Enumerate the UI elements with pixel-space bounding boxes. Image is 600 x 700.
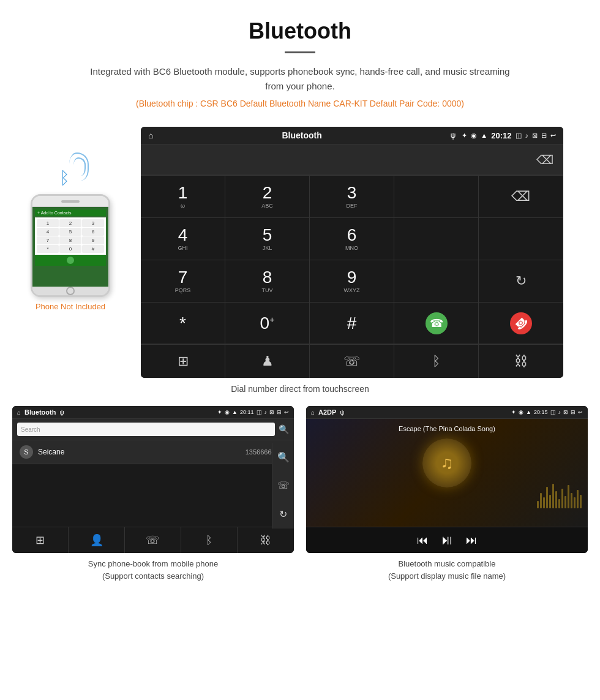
eq-bar-13	[574, 497, 576, 508]
toolbar-contacts[interactable]: ♟	[225, 345, 310, 378]
toolbar-bluetooth[interactable]: ᛒ	[394, 345, 479, 378]
search-placeholder: Search	[21, 426, 40, 433]
pb-title: Bluetooth	[24, 408, 56, 416]
bt-specs: (Bluetooth chip : CSR BC6 Default Blueto…	[12, 99, 588, 108]
pd-key-2[interactable]: 2	[59, 219, 81, 227]
pb-right-phone-icon[interactable]: ☏	[277, 480, 290, 491]
dial-key-4[interactable]: 4 GHI	[141, 218, 225, 260]
phone-end-icon: ☎	[511, 314, 530, 333]
pb-time: 20:11	[240, 409, 254, 415]
pb-right-refresh-icon[interactable]: ↻	[279, 508, 287, 520]
dial-key-0[interactable]: 0+	[225, 303, 310, 344]
car-status-bar: ⌂ Bluetooth ψ ✦ ◉ ▲ 20:12 ◫ ♪ ⊠ ⊟ ↩	[141, 127, 563, 145]
phone-illustration: ᛒ + Add to Contacts 1 2 3 4 5 6	[12, 127, 129, 311]
equalizer	[537, 478, 582, 508]
status-icons: ✦ ◉ ▲ 20:12 ◫ ♪ ⊠ ⊟ ↩	[462, 131, 556, 140]
mu-vol-icon: ♪	[558, 409, 561, 415]
music-screen: ⌂ A2DP ψ ✦ ◉ ▲ 20:15 ◫ ♪ ⊠ ⊟ ↩	[306, 406, 588, 553]
call-end-button[interactable]: ☎	[510, 312, 532, 334]
phone-screen: + Add to Contacts 1 2 3 4 5 6 7 8 9 * 0	[32, 207, 108, 287]
dial-key-7[interactable]: 7 PQRS	[141, 260, 225, 303]
mu-bt-icon: ✦	[511, 409, 516, 415]
dial-key-8[interactable]: 8 TUV	[225, 260, 310, 303]
dial-backspace-cell[interactable]: ⌫	[479, 176, 563, 218]
green-circle-icon	[67, 257, 74, 264]
skip-next-button[interactable]: ⏭	[466, 534, 477, 547]
pd-key-8[interactable]: 8	[59, 236, 81, 244]
pd-key-5[interactable]: 5	[59, 228, 81, 236]
pb-apps-icon: ⊞	[36, 533, 45, 547]
pd-key-hash[interactable]: #	[82, 245, 104, 253]
mu-home-icon[interactable]: ⌂	[311, 409, 315, 416]
pd-key-9[interactable]: 9	[82, 236, 104, 244]
phonebook-panel: ⌂ Bluetooth ψ ✦ ◉ ▲ 20:11 ◫ ♪ ⊠ ⊟ ↩	[12, 406, 294, 582]
dial-key-1[interactable]: 1 ω	[141, 176, 225, 218]
toolbar-link[interactable]: ⛓	[479, 345, 563, 378]
eq-bar-15	[580, 495, 582, 508]
contact-row[interactable]: S Seicane 13566664466	[12, 440, 294, 464]
dial-key-6[interactable]: 6 MNO	[310, 218, 394, 260]
signal-icon: ▲	[481, 132, 487, 139]
toolbar-apps[interactable]: ⊞	[141, 345, 225, 378]
search-icon-button[interactable]: 🔍	[279, 424, 289, 434]
skip-prev-button[interactable]: ⏮	[417, 534, 428, 547]
pd-key-7[interactable]: 7	[37, 236, 59, 244]
play-pause-button[interactable]: ⏯	[440, 532, 454, 548]
back-icon[interactable]: ↩	[550, 132, 556, 140]
bt-wave-2	[69, 152, 89, 181]
window-icon: ⊟	[541, 132, 547, 140]
backspace-button[interactable]: ⌫	[536, 152, 553, 167]
dial-empty-2	[394, 218, 479, 260]
dial-key-5[interactable]: 5 JKL	[225, 218, 310, 260]
pb-tool-link[interactable]: ⛓	[238, 527, 294, 553]
page-header: Bluetooth Integrated with BC6 Bluetooth …	[0, 0, 600, 127]
dial-key-9[interactable]: 9 WXYZ	[310, 260, 394, 303]
pb-tool-phone[interactable]: ☏	[125, 527, 181, 553]
eq-bar-14	[577, 490, 579, 508]
phone-screen-header: + Add to Contacts	[35, 209, 106, 216]
pb-tool-apps[interactable]: ⊞	[12, 527, 69, 553]
phone-not-included-label: Phone Not Included	[36, 302, 105, 311]
dial-refresh-cell[interactable]: ↻	[479, 260, 563, 303]
music-flex: ⌂ A2DP ψ ✦ ◉ ▲ 20:15 ◫ ♪ ⊠ ⊟ ↩	[306, 406, 588, 553]
bluetooth-icon: ✦	[462, 132, 467, 140]
eq-bar-2	[540, 493, 542, 508]
bluetooth-toolbar-icon: ᛒ	[432, 353, 440, 369]
pd-key-star[interactable]: *	[37, 245, 59, 253]
pd-key-1[interactable]: 1	[37, 219, 59, 227]
phone-top-bar	[32, 196, 108, 207]
dial-key-2[interactable]: 2 ABC	[225, 176, 310, 218]
home-button[interactable]	[66, 287, 75, 295]
mu-back-icon[interactable]: ↩	[578, 409, 583, 415]
pb-tool-bt[interactable]: ᛒ	[181, 527, 238, 553]
dial-key-star[interactable]: *	[141, 303, 225, 344]
toolbar-phone[interactable]: ☏	[310, 345, 394, 378]
pb-signal-icon: ▲	[232, 409, 238, 415]
pb-back-icon[interactable]: ↩	[284, 409, 289, 415]
pd-key-3[interactable]: 3	[82, 219, 104, 227]
pb-right-search-icon[interactable]: 🔍	[277, 451, 290, 463]
pb-loc-icon: ◉	[225, 409, 230, 415]
phonebook-screen: ⌂ Bluetooth ψ ✦ ◉ ▲ 20:11 ◫ ♪ ⊠ ⊟ ↩	[12, 406, 294, 553]
pd-key-0[interactable]: 0	[59, 245, 81, 253]
pd-key-4[interactable]: 4	[37, 228, 59, 236]
eq-bar-1	[537, 501, 539, 508]
home-icon[interactable]: ⌂	[148, 130, 153, 140]
search-bar[interactable]: Search	[17, 423, 275, 436]
pb-home-icon[interactable]: ⌂	[17, 409, 21, 416]
pb-tool-person[interactable]: 👤	[69, 527, 125, 553]
pd-key-6[interactable]: 6	[82, 228, 104, 236]
contact-initial: S	[20, 445, 33, 459]
call-green-button[interactable]: ☎	[426, 312, 448, 334]
eq-bar-12	[571, 493, 572, 508]
dial-call-green-cell[interactable]: ☎	[394, 303, 479, 344]
phone-dialpad-grid: 1 2 3 4 5 6 7 8 9 * 0 #	[37, 219, 104, 253]
backspace-icon: ⌫	[511, 189, 530, 205]
dial-call-red-cell[interactable]: ☎	[479, 303, 563, 344]
phonebook-flex: ⌂ Bluetooth ψ ✦ ◉ ▲ 20:11 ◫ ♪ ⊠ ⊟ ↩	[12, 406, 294, 553]
dial-empty-1	[394, 176, 479, 218]
dial-caption: Dial number direct from touchscreen	[0, 384, 600, 394]
dial-key-hash[interactable]: #	[310, 303, 394, 344]
phone-call-button[interactable]	[35, 255, 106, 266]
dial-key-3[interactable]: 3 DEF	[310, 176, 394, 218]
